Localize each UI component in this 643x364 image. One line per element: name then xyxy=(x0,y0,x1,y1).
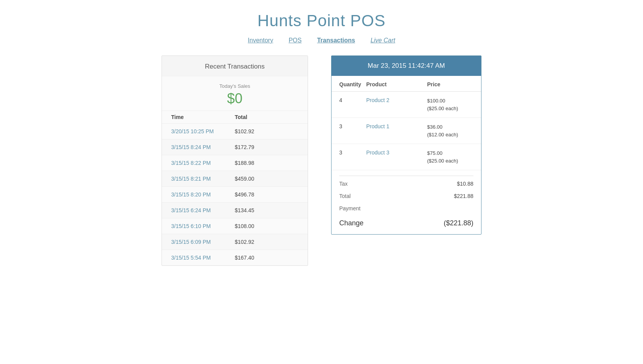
nav-transactions[interactable]: Transactions xyxy=(317,37,355,44)
item-qty: 4 xyxy=(339,97,366,103)
transactions-panel-header: Recent Transactions xyxy=(162,56,308,76)
nav-inventory[interactable]: Inventory xyxy=(248,37,273,44)
transaction-total: $108.00 xyxy=(235,223,298,229)
nav-bar: Inventory POS Transactions Live Cart xyxy=(0,30,643,55)
transaction-row[interactable]: 3/15/15 8:22 PM $188.98 xyxy=(162,155,308,171)
tax-label: Tax xyxy=(339,181,348,187)
transactions-panel: Recent Transactions Today's Sales $0 Tim… xyxy=(162,55,308,266)
transaction-time: 3/15/15 8:22 PM xyxy=(171,160,235,166)
transaction-row[interactable]: 3/20/15 10:25 PM $102.92 xyxy=(162,123,308,139)
transaction-row[interactable]: 3/15/15 6:09 PM $102.92 xyxy=(162,234,308,250)
total-value: $221.88 xyxy=(454,193,473,199)
receipt-items: 4 Product 2 $100.00($25.00 each) 3 Produ… xyxy=(332,92,481,170)
item-product[interactable]: Product 1 xyxy=(366,123,427,129)
nav-pos[interactable]: POS xyxy=(289,37,302,44)
main-content: Recent Transactions Today's Sales $0 Tim… xyxy=(0,55,643,266)
page-title: Hunts Point POS xyxy=(0,12,643,30)
transaction-time: 3/15/15 8:21 PM xyxy=(171,176,235,182)
item-price: $100.00($25.00 each) xyxy=(427,97,473,112)
receipt-payment-row: Payment xyxy=(339,202,473,215)
receipt-product-header: Product xyxy=(366,81,427,87)
tax-value: $10.88 xyxy=(457,181,473,187)
transaction-row[interactable]: 3/15/15 5:54 PM $167.40 xyxy=(162,250,308,265)
receipt-change-row: Change ($221.88) xyxy=(339,215,473,230)
todays-sales-amount: $0 xyxy=(162,91,308,107)
transaction-time: 3/15/15 6:10 PM xyxy=(171,223,235,229)
transaction-total: $102.92 xyxy=(235,128,298,134)
change-value: ($221.88) xyxy=(444,219,473,227)
transaction-total: $496.78 xyxy=(235,191,298,198)
transaction-time: 3/15/15 6:24 PM xyxy=(171,207,235,213)
col-time-header: Time xyxy=(171,114,235,120)
transaction-row[interactable]: 3/15/15 8:20 PM $496.78 xyxy=(162,186,308,202)
receipt-price-header: Price xyxy=(427,81,473,87)
transaction-total: $172.79 xyxy=(235,144,298,150)
col-total-header: Total xyxy=(235,114,298,120)
payment-label: Payment xyxy=(339,205,360,211)
item-product[interactable]: Product 3 xyxy=(366,149,427,156)
receipt-body: Quantity Product Price 4 Product 2 $100.… xyxy=(332,76,481,234)
total-label: Total xyxy=(339,193,351,199)
transaction-time: 3/15/15 5:54 PM xyxy=(171,255,235,261)
transaction-time: 3/20/15 10:25 PM xyxy=(171,128,235,134)
nav-live-cart[interactable]: Live Cart xyxy=(370,37,395,44)
transaction-total: $188.98 xyxy=(235,160,298,166)
receipt-tax-row: Tax $10.88 xyxy=(339,178,473,190)
todays-sales-section: Today's Sales $0 xyxy=(162,76,308,111)
todays-sales-label: Today's Sales xyxy=(162,83,308,89)
receipt-total-row: Total $221.88 xyxy=(339,190,473,202)
receipt-panel: Mar 23, 2015 11:42:47 AM Quantity Produc… xyxy=(331,55,481,235)
item-price: $75.00($25.00 each) xyxy=(427,149,473,164)
receipt-item-row: 4 Product 2 $100.00($25.00 each) xyxy=(332,92,481,118)
receipt-col-headers: Quantity Product Price xyxy=(332,76,481,92)
receipt-header: Mar 23, 2015 11:42:47 AM xyxy=(332,56,481,76)
transaction-total: $102.92 xyxy=(235,239,298,245)
transaction-row[interactable]: 3/15/15 6:24 PM $134.45 xyxy=(162,202,308,218)
transaction-row[interactable]: 3/15/15 6:10 PM $108.00 xyxy=(162,218,308,234)
receipt-item-row: 3 Product 1 $36.00($12.00 each) xyxy=(332,118,481,144)
receipt-summary: Tax $10.88 Total $221.88 Payment Change … xyxy=(332,170,481,234)
transaction-total: $459.00 xyxy=(235,176,298,182)
transactions-list: 3/20/15 10:25 PM $102.92 3/15/15 8:24 PM… xyxy=(162,123,308,265)
item-price: $36.00($12.00 each) xyxy=(427,123,473,138)
receipt-qty-header: Quantity xyxy=(339,81,366,87)
transactions-table-header: Time Total xyxy=(162,111,308,123)
transaction-time: 3/15/15 8:24 PM xyxy=(171,144,235,150)
item-qty: 3 xyxy=(339,123,366,129)
transaction-row[interactable]: 3/15/15 8:21 PM $459.00 xyxy=(162,171,308,186)
receipt-item-row: 3 Product 3 $75.00($25.00 each) xyxy=(332,144,481,170)
transaction-total: $167.40 xyxy=(235,255,298,261)
transaction-row[interactable]: 3/15/15 8:24 PM $172.79 xyxy=(162,139,308,155)
transaction-time: 3/15/15 6:09 PM xyxy=(171,239,235,245)
item-qty: 3 xyxy=(339,149,366,156)
page-header: Hunts Point POS Inventory POS Transactio… xyxy=(0,0,643,55)
change-label: Change xyxy=(339,219,364,227)
transaction-total: $134.45 xyxy=(235,207,298,213)
item-product[interactable]: Product 2 xyxy=(366,97,427,103)
transaction-time: 3/15/15 8:20 PM xyxy=(171,191,235,198)
